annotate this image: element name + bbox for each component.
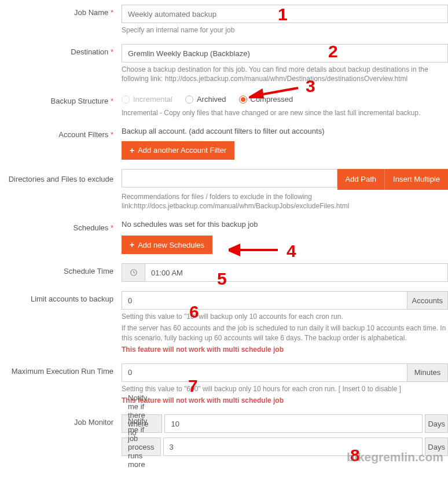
label-exclude: Directories and Files to exclude [0, 169, 122, 211]
radio-archived[interactable]: Archived [185, 95, 226, 104]
warn-limit: This feature will not work with multi sc… [122, 345, 448, 354]
warn-maxexec: This feature will not work with multi sc… [122, 396, 448, 405]
monitor-runsmore-input[interactable] [163, 437, 423, 456]
help-limit2: If the server has 60 accounts and the jo… [122, 323, 448, 342]
insert-multiple-button[interactable]: Insert Multiple [385, 169, 448, 190]
limit-input[interactable] [122, 291, 407, 310]
label-monitor: Job Monitor [0, 414, 122, 461]
structure-radiogroup: Incremental Archived Compressed [122, 93, 448, 106]
label-structure: Backup Structure [0, 93, 122, 117]
plus-icon: + [130, 240, 134, 249]
monitor-unit2: Days [425, 437, 448, 456]
add-filter-button[interactable]: +Add another Account Filter [122, 141, 234, 160]
schedules-text: No schedules was set for this backup job [122, 220, 448, 229]
label-jobname: Job Name [0, 5, 122, 35]
add-schedule-button[interactable]: +Add new Schedules [122, 236, 212, 254]
exclude-input[interactable] [122, 169, 337, 187]
monitor-runsmore-label: Notify me if job process runs more then [122, 437, 161, 456]
maxexec-unit: Minutes [407, 363, 448, 382]
radio-compressed[interactable]: Compressed [239, 95, 293, 104]
monitor-unit1: Days [425, 414, 448, 433]
label-filters: Account Filters [0, 127, 122, 160]
add-path-button[interactable]: Add Path [337, 169, 385, 190]
scheduletime-input[interactable] [145, 263, 448, 282]
help-destination: Choose a backup destination for this job… [122, 65, 448, 83]
help-structure: Incremental - Copy only files that have … [122, 108, 448, 117]
help-jobname: Specify an internal name for your job [122, 25, 448, 35]
monitor-nobackup-input[interactable] [164, 414, 423, 433]
label-destination: Destination [0, 44, 122, 83]
help-maxexec: Setting this value to "600" will backup … [122, 384, 448, 394]
help-limit1: Setting this value to "10" will backup o… [122, 312, 448, 321]
label-maxexec: Maximum Execution Run Time [0, 363, 122, 405]
label-schedules: Schedules [0, 220, 122, 254]
maxexec-input[interactable] [122, 363, 407, 382]
plus-icon: + [130, 146, 134, 155]
label-limit: Limit accounts to backup [0, 291, 122, 354]
jobname-input[interactable] [122, 5, 448, 23]
help-exclude: Recommendations for files / folders to e… [122, 192, 448, 211]
filters-text: Backup all account. (add account filters… [122, 127, 448, 135]
clock-icon [122, 263, 145, 282]
label-scheduletime: Schedule Time [0, 263, 122, 282]
destination-select[interactable]: Gremlin Weekly Backup (Backblaze) [122, 44, 448, 62]
radio-incremental: Incremental [122, 95, 172, 104]
limit-unit: Accounts [407, 291, 448, 310]
